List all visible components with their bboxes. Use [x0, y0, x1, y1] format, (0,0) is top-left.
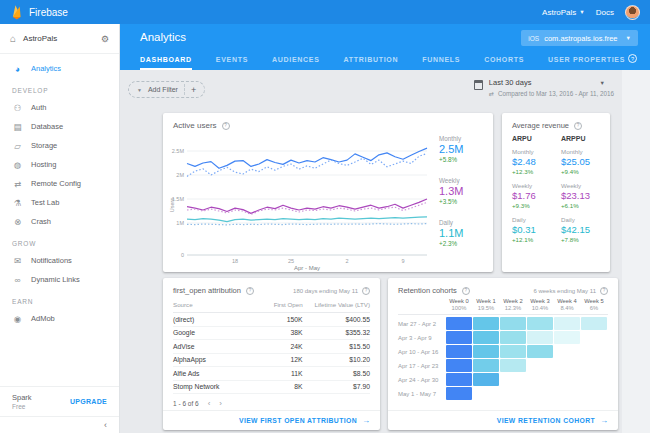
prev-page-icon[interactable]: ‹	[208, 399, 211, 408]
avatar[interactable]	[625, 5, 640, 20]
stat-period-label: Weekly	[561, 182, 600, 189]
sidebar-item-auth[interactable]: ⚇Auth	[0, 98, 119, 117]
tab-events[interactable]: EVENTS	[216, 56, 248, 70]
page-title: Analytics	[140, 31, 186, 43]
cohort-cell[interactable]	[473, 345, 499, 358]
y-axis-label: Users	[169, 198, 175, 213]
stat-delta: +12.1%	[512, 236, 551, 243]
cohort-cell[interactable]	[446, 359, 472, 372]
cohort-cell[interactable]	[446, 387, 472, 400]
attribution-table: Source First Open Lifetime Value (LTV) (…	[173, 298, 370, 394]
view-retention-cohort-link[interactable]: VIEW RETENTION COHORT	[497, 417, 595, 424]
sidebar-item-crash[interactable]: ⊗Crash	[0, 212, 119, 231]
cohort-cell-empty	[554, 373, 580, 386]
add-filter-button[interactable]: ▼ Add Filter +	[128, 81, 205, 98]
cohort-cell[interactable]	[473, 317, 499, 330]
stat-delta: +9.3%	[512, 202, 551, 209]
tab-dashboard[interactable]: DASHBOARD	[140, 56, 192, 70]
remote-config-icon: ⇄	[12, 179, 23, 189]
app-id: com.astropals.ios.free	[544, 34, 617, 43]
help-icon[interactable]: ?	[462, 287, 470, 295]
date-range-control[interactable]: Last 30 days ▼ ⇄ Compared to Mar 13, 201…	[474, 78, 614, 97]
cohort-cell[interactable]	[527, 345, 553, 358]
plus-icon[interactable]: +	[191, 85, 196, 95]
help-icon[interactable]: ?	[362, 287, 370, 295]
card-title: first_open attribution	[173, 286, 241, 295]
sidebar-item-test-lab[interactable]: ⚗Test Lab	[0, 193, 119, 212]
sidebar-item-hosting[interactable]: ◍Hosting	[0, 155, 119, 174]
cohort-week-header: Week 1	[473, 298, 499, 304]
table-row[interactable]: AlphaApps12K$10.20	[173, 354, 370, 368]
tab-funnels[interactable]: FUNNELS	[422, 56, 460, 70]
cohort-cell[interactable]	[446, 331, 472, 344]
help-icon[interactable]: ?	[246, 287, 254, 295]
sidebar-item-dynamic-links[interactable]: ∞Dynamic Links	[0, 270, 119, 289]
next-page-icon[interactable]: ›	[219, 399, 222, 408]
table-row[interactable]: AdVise24K$15.50	[173, 340, 370, 354]
y-axis-tick: 2M	[176, 172, 184, 178]
help-icon[interactable]: ?	[222, 122, 230, 130]
stat-value: $1.76	[512, 190, 551, 201]
cohort-week-header: Week 5	[581, 298, 607, 304]
cohort-cell[interactable]	[473, 373, 499, 386]
collapse-row: ‹	[0, 416, 119, 433]
sidebar-item-label: Crash	[31, 217, 51, 226]
cohort-cell-empty	[527, 387, 553, 400]
cohort-cell[interactable]	[554, 317, 580, 330]
cohort-cell-empty	[500, 387, 526, 400]
scrollbar-track[interactable]	[622, 70, 650, 433]
cohort-cell[interactable]	[527, 317, 553, 330]
cohort-cell[interactable]	[500, 359, 526, 372]
cohort-cell[interactable]	[473, 331, 499, 344]
app-selector[interactable]: iOS com.astropals.ios.free ▼	[521, 30, 638, 46]
cohort-cell[interactable]	[500, 317, 526, 330]
revenue-stat-arpu-monthly: Monthly$2.48+12.3%	[512, 148, 551, 175]
stat-value: $42.15	[561, 224, 600, 235]
cohort-cell[interactable]	[446, 373, 472, 386]
cohort-cell[interactable]	[527, 331, 553, 344]
help-icon[interactable]: ?	[574, 122, 582, 130]
cohort-cell[interactable]	[500, 331, 526, 344]
upgrade-button[interactable]: UPGRADE	[70, 398, 107, 405]
revenue-stat-arppu-weekly: Weekly$23.13+6.1%	[561, 182, 600, 209]
tab-audiences[interactable]: AUDIENCES	[272, 56, 320, 70]
attribution-window-label: 180 days ending May 11	[293, 288, 358, 294]
help-icon[interactable]: ?	[628, 54, 637, 63]
filter-bar: ▼ Add Filter + Last 30 days ▼ ⇄ Compared…	[120, 70, 622, 112]
help-icon[interactable]: ?	[600, 287, 608, 295]
cohort-cell[interactable]	[581, 317, 607, 330]
cohort-cell[interactable]	[554, 331, 580, 344]
sidebar-section-earn: EARN	[12, 298, 119, 305]
tab-attribution[interactable]: ATTRIBUTION	[344, 56, 399, 70]
tab-cohorts[interactable]: COHORTS	[484, 56, 524, 70]
cohort-cell[interactable]	[446, 345, 472, 358]
tab-user-properties[interactable]: USER PROPERTIES	[548, 56, 625, 70]
gear-icon[interactable]: ⚙	[101, 34, 109, 44]
y-axis-tick: 2.5M	[172, 148, 185, 154]
cohort-cell[interactable]	[500, 345, 526, 358]
docs-link[interactable]: Docs	[596, 8, 614, 17]
sidebar-item-analytics[interactable]: ◕Analytics	[0, 59, 119, 78]
cohort-cell-empty	[581, 345, 607, 358]
cohort-cell-empty	[554, 345, 580, 358]
brand[interactable]: Firebase	[10, 4, 68, 20]
table-row[interactable]: (direct)150K$400.55	[173, 313, 370, 327]
cohort-cell[interactable]	[473, 359, 499, 372]
firebase-console: Firebase AstroPals ▼ Docs ⌂ AstroPals ⚙ …	[0, 0, 650, 433]
sidebar-item-notifications[interactable]: ✉Notifications	[0, 251, 119, 270]
collapse-sidebar-icon[interactable]: ‹	[104, 420, 107, 430]
table-row[interactable]: Alfie Ads11K$8.50	[173, 367, 370, 381]
cohort-cell[interactable]	[446, 317, 472, 330]
cohort-row-label: Apr 24 - Apr 30	[398, 377, 446, 383]
view-first-open-attribution-link[interactable]: VIEW FIRST OPEN ATTRIBUTION	[239, 417, 357, 424]
sidebar-item-database[interactable]: ▤Database	[0, 117, 119, 136]
sidebar-item-storage[interactable]: ▱Storage	[0, 136, 119, 155]
project-switcher[interactable]: AstroPals ▼	[542, 8, 585, 17]
project-overview-row[interactable]: ⌂ AstroPals ⚙	[0, 24, 119, 54]
stat-value: $0.31	[512, 224, 551, 235]
table-row[interactable]: Stomp Network8K$7.90	[173, 381, 370, 395]
sidebar-item-admob[interactable]: ◉AdMob	[0, 309, 119, 328]
cohort-week-percent: 6%	[581, 305, 607, 311]
sidebar-item-remote-config[interactable]: ⇄Remote Config	[0, 174, 119, 193]
table-row[interactable]: Google38K$355.32	[173, 327, 370, 341]
